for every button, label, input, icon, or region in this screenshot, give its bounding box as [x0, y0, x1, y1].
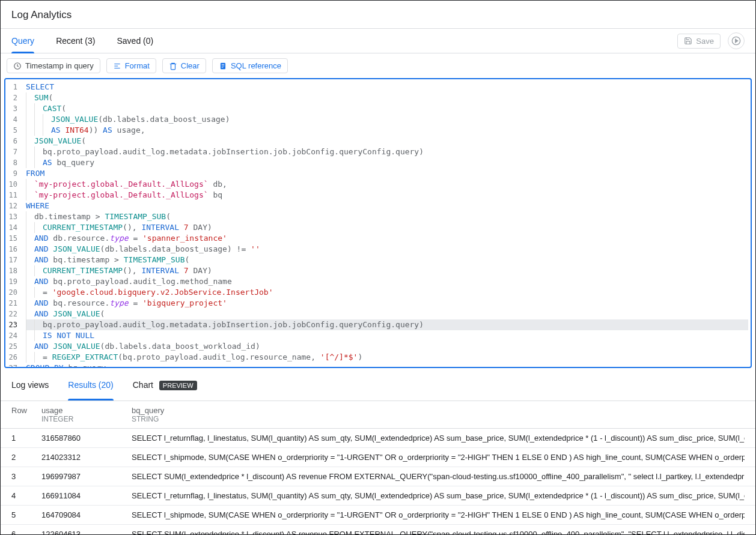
grid-header: Row usage INTEGER bq_query STRING [1, 401, 755, 429]
cell-usage: 166911084 [41, 491, 132, 500]
results-grid: Row usage INTEGER bq_query STRING 131658… [1, 401, 755, 534]
code-area[interactable]: SELECTSUM(CAST(JSON_VALUE(db.labels.data… [22, 79, 751, 368]
table-row[interactable]: 1316587860SELECT l_returnflag, l_linesta… [1, 429, 755, 448]
cell-usage: 196997987 [41, 472, 132, 481]
save-icon [684, 37, 692, 45]
cell-row: 1 [11, 434, 41, 443]
tab-saved[interactable]: Saved (0) [117, 29, 153, 53]
format-button[interactable]: Format [106, 58, 156, 73]
tab-query[interactable]: Query [11, 29, 34, 53]
cell-bqquery: SELECT SUM(l_extendedprice * l_discount)… [132, 530, 745, 534]
run-button[interactable] [728, 32, 745, 49]
cell-usage: 122604613 [41, 530, 132, 534]
col-bqquery-header[interactable]: bq_query [132, 406, 745, 415]
svg-rect-4 [222, 64, 225, 65]
results-tab-chart[interactable]: Chart PREVIEW [133, 378, 197, 394]
svg-marker-1 [736, 39, 738, 42]
table-row[interactable]: 4166911084SELECT l_returnflag, l_linesta… [1, 486, 755, 506]
line-number-gutter: 1234567891011121314151617181920212223242… [5, 79, 22, 368]
run-icon [731, 36, 741, 46]
table-row[interactable]: 6122604613SELECT SUM(l_extendedprice * l… [1, 525, 755, 534]
cell-bqquery: SELECT SUM(l_extendedprice * l_discount)… [132, 472, 745, 481]
page-header: Log Analytics [1, 1, 755, 29]
results-tab-log-views[interactable]: Log views [11, 378, 49, 394]
table-row[interactable]: 3196997987SELECT SUM(l_extendedprice * l… [1, 467, 755, 486]
tab-recent[interactable]: Recent (3) [56, 29, 95, 53]
cell-usage: 164709084 [41, 510, 132, 519]
cell-row: 3 [11, 472, 41, 481]
cell-row: 4 [11, 491, 41, 500]
editor-toolbar: Timestamp in query Format Clear SQL refe… [1, 53, 755, 78]
cell-bqquery: SELECT l_returnflag, l_linestatus, SUM(l… [132, 434, 745, 443]
page-title: Log Analytics [11, 9, 745, 21]
clock-icon [13, 62, 22, 70]
timestamp-in-query-button[interactable]: Timestamp in query [7, 58, 100, 73]
table-row[interactable]: 2214023312SELECT l_shipmode, SUM(CASE WH… [1, 448, 755, 467]
sql-reference-button[interactable]: SQL reference [212, 58, 288, 73]
col-usage-header[interactable]: usage [41, 406, 132, 415]
trash-icon [169, 62, 177, 70]
svg-rect-6 [222, 67, 224, 67]
doc-icon [219, 62, 227, 70]
cell-usage: 214023312 [41, 453, 132, 462]
col-bqquery-type: STRING [132, 415, 745, 423]
format-icon [113, 62, 121, 70]
cell-row: 2 [11, 453, 41, 462]
save-button[interactable]: Save [677, 34, 721, 49]
cell-bqquery: SELECT l_returnflag, l_linestatus, SUM(l… [132, 491, 745, 500]
results-tab-bar: Log views Results (20) Chart PREVIEW [1, 372, 755, 401]
cell-row: 6 [11, 530, 41, 534]
sql-editor[interactable]: 1234567891011121314151617181920212223242… [4, 78, 752, 368]
cell-bqquery: SELECT l_shipmode, SUM(CASE WHEN o_order… [132, 453, 745, 462]
svg-rect-5 [222, 65, 225, 66]
col-row-header: Row [11, 406, 41, 415]
clear-button[interactable]: Clear [162, 58, 206, 73]
col-usage-type: INTEGER [41, 415, 132, 423]
top-tab-bar: Query Recent (3) Saved (0) Save [1, 29, 755, 53]
cell-row: 5 [11, 510, 41, 519]
cell-bqquery: SELECT l_shipmode, SUM(CASE WHEN o_order… [132, 510, 745, 519]
results-tab-results[interactable]: Results (20) [68, 378, 113, 394]
table-row[interactable]: 5164709084SELECT l_shipmode, SUM(CASE WH… [1, 506, 755, 525]
preview-badge: PREVIEW [159, 381, 197, 390]
cell-usage: 316587860 [41, 434, 132, 443]
